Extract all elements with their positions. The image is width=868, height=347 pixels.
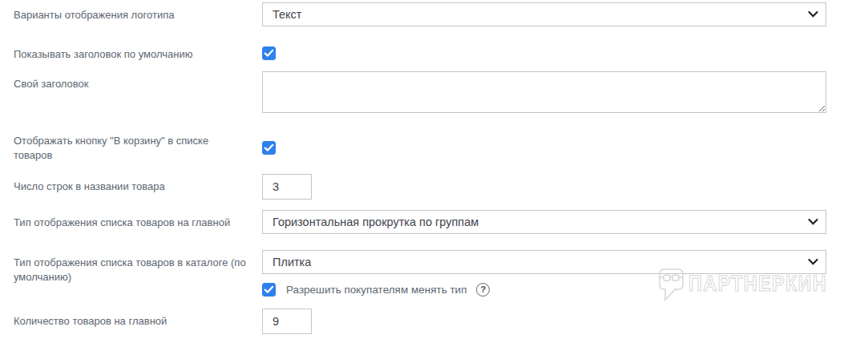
allow-change-type-row: Разрешить покупателям менять тип ?: [262, 282, 826, 297]
custom-title-textarea[interactable]: [262, 71, 826, 113]
field-label: Число строк в названии товара: [14, 174, 262, 200]
form-row-title-lines: Число строк в названии товара: [14, 174, 868, 200]
allow-change-type-label: Разрешить покупателям менять тип: [286, 284, 466, 296]
form-row-catalog-list-type: Тип отображения списка товаров в каталог…: [14, 250, 868, 297]
form-row-custom-title: Свой заголовок: [14, 71, 868, 113]
main-page-list-type-select[interactable]: Горизонтальная прокрутка по группам: [262, 210, 826, 234]
field-label: Варианты отображения логотипа: [14, 2, 262, 26]
field-label: Свой заголовок: [14, 71, 262, 113]
field-label: Тип отображения списка товаров в каталог…: [14, 250, 262, 297]
form-row-main-list-type: Тип отображения списка товаров на главно…: [14, 210, 868, 234]
checkmark-icon: [264, 285, 274, 294]
title-lines-count-input[interactable]: [262, 174, 312, 200]
catalog-list-type-select[interactable]: Плитка: [262, 250, 826, 274]
field-label: Тип отображения списка товаров на главно…: [14, 210, 262, 234]
form-row-show-default-title: Показывать заголовок по умолчанию: [14, 46, 868, 61]
logo-display-select[interactable]: Текст: [262, 2, 826, 26]
allow-change-type-checkbox[interactable]: [262, 283, 276, 297]
field-label: Показывать заголовок по умолчанию: [14, 46, 262, 61]
settings-form: Варианты отображения логотипа Текст Пока…: [0, 0, 868, 347]
show-cart-button-checkbox[interactable]: [262, 141, 276, 155]
products-count-input[interactable]: [262, 309, 312, 334]
help-icon[interactable]: ?: [476, 283, 490, 297]
field-label: Количество товаров на главной: [14, 309, 262, 334]
checkmark-icon: [264, 49, 274, 58]
field-label: Отображать кнопку "В корзину" в списке т…: [14, 134, 262, 163]
form-row-logo-display: Варианты отображения логотипа Текст: [14, 2, 868, 26]
show-default-title-checkbox[interactable]: [262, 46, 276, 60]
form-row-products-count: Количество товаров на главной: [14, 309, 868, 334]
checkmark-icon: [264, 143, 274, 152]
form-row-show-cart-button: Отображать кнопку "В корзину" в списке т…: [14, 134, 868, 163]
